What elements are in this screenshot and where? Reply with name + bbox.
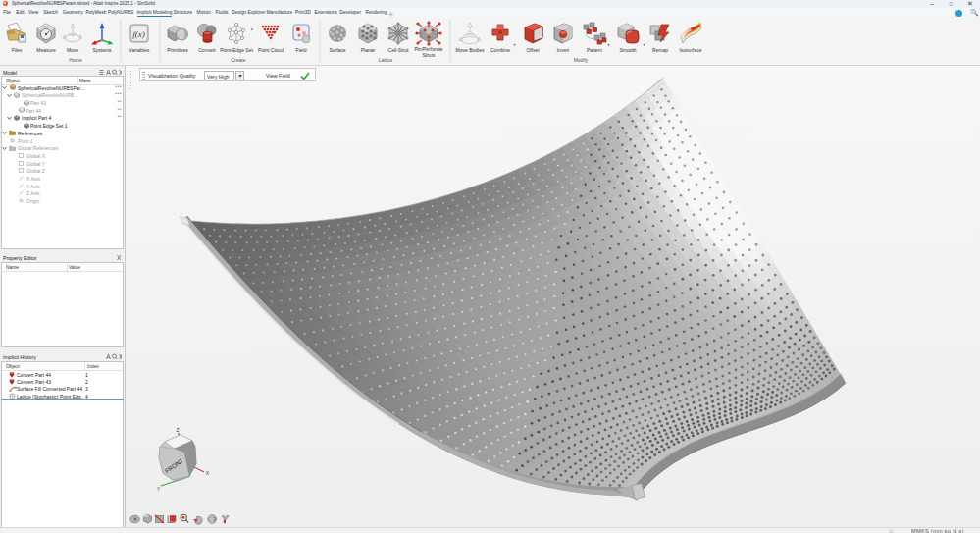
svg-text:Surface: Surface bbox=[329, 47, 345, 53]
svg-text:Files: Files bbox=[12, 47, 23, 53]
svg-text:Modify: Modify bbox=[574, 57, 589, 63]
svg-text:Primitives: Primitives bbox=[167, 47, 188, 53]
svg-text:Struts: Struts bbox=[422, 52, 436, 58]
svg-text:Planar: Planar bbox=[361, 47, 376, 53]
svg-text:Point Cloud: Point Cloud bbox=[258, 47, 284, 53]
svg-text:Combine: Combine bbox=[490, 47, 510, 53]
svg-text:Cell-Strut: Cell-Strut bbox=[388, 47, 409, 53]
svg-text:Smooth: Smooth bbox=[619, 47, 636, 53]
svg-text:Point-Edge Set: Point-Edge Set bbox=[220, 47, 253, 53]
svg-text:Lattice: Lattice bbox=[379, 57, 393, 63]
svg-text:Move Bodies: Move Bodies bbox=[456, 47, 485, 53]
svg-text:Convert: Convert bbox=[198, 47, 216, 53]
svg-text:Isosurface: Isosurface bbox=[679, 47, 701, 53]
svg-text:Home: Home bbox=[69, 57, 82, 63]
svg-text:Create: Create bbox=[231, 57, 245, 63]
svg-text:Pattern: Pattern bbox=[587, 47, 602, 53]
svg-text:Systems: Systems bbox=[92, 47, 112, 53]
svg-text:Move: Move bbox=[67, 47, 78, 53]
svg-text:f(x): f(x) bbox=[132, 29, 145, 39]
svg-text:Measure: Measure bbox=[36, 47, 56, 53]
svg-text:Field: Field bbox=[296, 47, 307, 53]
svg-text:Remap: Remap bbox=[652, 47, 668, 53]
svg-text:Variables: Variables bbox=[129, 47, 150, 53]
svg-text:Offset: Offset bbox=[526, 47, 540, 53]
svg-text:Invert: Invert bbox=[557, 47, 570, 53]
